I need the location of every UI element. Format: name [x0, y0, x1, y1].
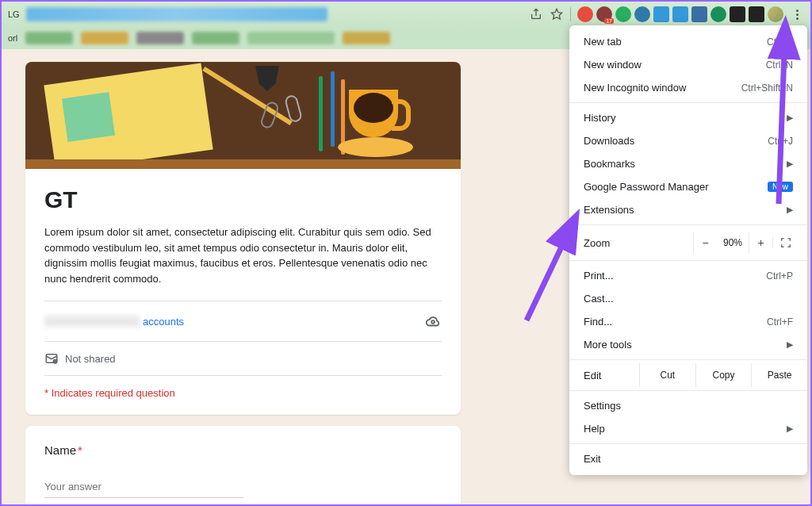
menu-print[interactable]: Print...Ctrl+P — [569, 264, 807, 287]
star-icon[interactable] — [550, 7, 564, 21]
svg-point-1 — [431, 320, 435, 324]
chevron-right-icon: ▶ — [787, 113, 793, 123]
switch-account-link[interactable]: accounts — [143, 316, 184, 328]
menu-password-manager[interactable]: Google Password ManagerNew — [569, 175, 807, 198]
not-shared-icon — [44, 351, 59, 366]
menu-zoom-row: Zoom − 90% + — [569, 228, 807, 257]
extension-icon[interactable]: 17 — [596, 6, 612, 22]
bookmark-item-blur[interactable] — [343, 32, 390, 44]
menu-exit[interactable]: Exit — [569, 447, 807, 470]
form-banner — [25, 62, 461, 169]
tab-label-blur: LG — [8, 10, 20, 19]
menu-history[interactable]: History▶ — [569, 106, 807, 129]
share-icon[interactable] — [529, 7, 543, 21]
menu-cast[interactable]: Cast... — [569, 287, 807, 310]
menu-extensions[interactable]: Extensions▶ — [569, 198, 807, 221]
bookmark-item-blur[interactable] — [192, 32, 239, 44]
required-asterisk: * — [78, 443, 82, 457]
menu-find[interactable]: Find...Ctrl+F — [569, 310, 807, 333]
question-card: Name* — [25, 426, 461, 506]
extensions-row: 17 — [577, 6, 783, 22]
menu-settings[interactable]: Settings — [569, 394, 807, 417]
menu-edit-row: Edit Cut Copy Paste — [569, 363, 807, 387]
paste-button[interactable]: Paste — [751, 363, 807, 387]
bookmark-item-blur[interactable] — [81, 32, 128, 44]
required-indicator: * Indicates required question — [44, 375, 442, 402]
form-title: GT — [44, 186, 442, 213]
fullscreen-button[interactable] — [772, 237, 798, 248]
extension-icon[interactable] — [730, 6, 745, 22]
menu-more-tools[interactable]: More tools▶ — [569, 333, 807, 356]
kebab-menu-icon[interactable] — [790, 7, 804, 21]
extension-icon[interactable] — [634, 6, 650, 22]
zoom-value: 90% — [717, 237, 749, 248]
svg-line-7 — [527, 224, 573, 320]
answer-input[interactable] — [44, 476, 243, 498]
bookmark-item-blur[interactable] — [247, 32, 335, 44]
chevron-right-icon: ▶ — [787, 424, 793, 434]
cut-button[interactable]: Cut — [640, 363, 695, 387]
zoom-in-button[interactable]: + — [749, 232, 772, 253]
new-badge: New — [768, 182, 793, 192]
account-row: accounts — [44, 301, 442, 341]
svg-marker-0 — [551, 9, 561, 19]
account-email-blur — [44, 316, 140, 327]
form-header-card: GT Lorem ipsum dolor sit amet, consectet… — [25, 169, 461, 415]
cloud-icon[interactable] — [424, 312, 442, 330]
copy-button[interactable]: Copy — [695, 363, 752, 387]
browser-toolbar: LG 17 — [2, 2, 810, 27]
bookmark-item-blur[interactable] — [25, 32, 73, 44]
menu-bookmarks[interactable]: Bookmarks▶ — [569, 152, 807, 175]
extension-icon[interactable] — [672, 6, 688, 22]
chevron-right-icon: ▶ — [787, 159, 793, 169]
not-shared-label: Not shared — [65, 353, 116, 365]
menu-downloads[interactable]: DownloadsCtrl+J — [569, 129, 807, 152]
chevron-right-icon: ▶ — [787, 339, 793, 350]
chrome-menu: New tabCtrl+T New windowCtrl+N New Incog… — [569, 25, 807, 475]
extension-icon[interactable] — [577, 6, 593, 22]
extension-icon[interactable] — [653, 6, 669, 22]
extension-icon[interactable] — [710, 6, 726, 22]
share-row: Not shared — [44, 341, 442, 375]
extension-icon[interactable] — [749, 6, 764, 22]
extension-icon[interactable] — [691, 6, 707, 22]
bookmark-item-blur[interactable] — [136, 32, 184, 44]
zoom-out-button[interactable]: − — [693, 232, 717, 253]
menu-incognito[interactable]: New Incognito windowCtrl+Shift+N — [569, 76, 807, 99]
form-description: Lorem ipsum dolor sit amet, consectetur … — [44, 224, 442, 286]
profile-avatar[interactable] — [768, 6, 783, 22]
bookmark-blur: orl — [8, 33, 17, 43]
extension-icon[interactable] — [615, 6, 631, 22]
menu-new-tab[interactable]: New tabCtrl+T — [569, 30, 807, 53]
menu-help[interactable]: Help▶ — [569, 417, 807, 440]
question-label: Name* — [44, 443, 442, 457]
address-bar-blur — [26, 7, 327, 21]
form-viewport: GT Lorem ipsum dolor sit amet, consectet… — [2, 49, 462, 506]
chevron-right-icon: ▶ — [787, 205, 793, 215]
menu-new-window[interactable]: New windowCtrl+N — [569, 53, 807, 76]
